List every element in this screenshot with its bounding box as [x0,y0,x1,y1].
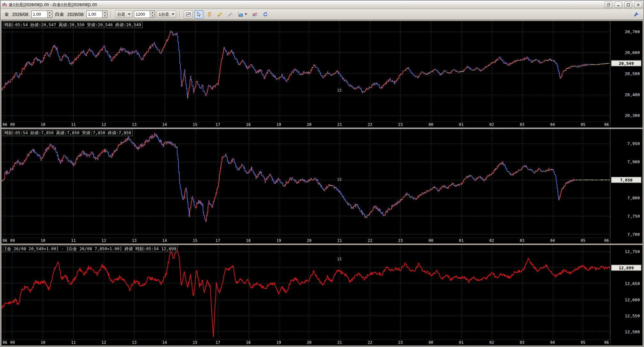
interval-label: 1分足 [159,12,169,17]
y-tick-label: 7,700 [627,232,640,236]
spread-chart-canvas[interactable] [2,245,610,340]
chart-settings-button[interactable] [184,10,193,19]
x-tick-label: 22 [368,122,372,127]
y-tick-label: 20,600 [625,50,640,55]
select-tool-button[interactable] [194,10,203,19]
compare-chart-button[interactable] [250,10,259,19]
trendline-tool-button[interactable] [226,10,235,19]
date-marker-label: 15 [337,88,342,93]
date-marker-label: 15 [337,177,342,182]
x-tick-label: 06 [3,340,7,345]
spin-down-icon[interactable] [47,14,52,18]
x-tick-label: 04 [550,340,555,345]
platinum-chart-panel: 時刻:05:54 始値:7,850 高値:7,850 安値:7,850 終値:7… [1,129,643,244]
x-tick-label: 11 [71,122,75,127]
spread-plot-area[interactable]: [金 26/08 20,549×1.00] - [白金 26/08 7,850×… [2,245,610,340]
timeframe-label: 分足 [117,12,125,17]
spin-up-icon[interactable] [102,11,107,14]
platinum-ratio-spin-buttons[interactable] [102,11,107,18]
x-tick-label: 09 [10,340,15,345]
gold-label: 金 [4,12,9,17]
y-tick-label: 20,400 [625,92,640,97]
title-bar[interactable]: 金1分足[2026/08]1.00 - 白金1分足[2026/08]1.00 [1,1,643,9]
y-tick-label: 7,800 [627,196,640,200]
bar-count-value[interactable]: 1200 [134,11,150,18]
x-tick-label: 18 [246,340,250,345]
x-tick-label: 09 [10,122,15,127]
x-tick-label: 22 [368,238,372,243]
x-tick-label: 13 [132,340,136,345]
y-tick-label: 12,500 [625,329,640,334]
gold-ratio-spinner[interactable]: 1.00 [31,11,52,18]
x-tick-label: 00 [428,238,433,243]
y-tick-label: 20,300 [625,113,640,118]
x-tick-label: 11 [71,340,75,345]
x-tick-label: 06 [604,122,609,127]
platinum-x-axis: 0609101112131415171819202122230001020304… [2,238,610,243]
x-tick-label: 17 [216,340,220,345]
x-tick-label: 11 [71,238,75,243]
close-button[interactable] [634,2,642,8]
toolbar: 金 2026/08 1.00 白金 2026/08 1.00 分足 1200 1… [1,9,643,20]
chart-type-dropdown[interactable] [237,10,249,19]
timeframe-dropdown[interactable]: 分足 [115,11,132,18]
x-tick-label: 20 [307,340,311,345]
x-tick-label: 00 [428,340,433,345]
gold-x-axis: 0609101112131415171819202122230001020304… [2,122,610,127]
spin-up-icon[interactable] [150,11,155,14]
x-tick-label: 13 [132,122,136,127]
x-tick-label: 01 [459,340,463,345]
x-tick-label: 14 [162,238,167,243]
gold-contract-month[interactable]: 2026/08 [11,11,30,18]
x-tick-label: 12 [101,340,106,345]
x-tick-label: 06 [604,340,609,345]
gold-plot-area[interactable]: 時刻:05:54 始値:20,547 高値:20,550 安値:20,546 終… [2,21,610,122]
x-tick-label: 05 [581,238,585,243]
gold-last-price-badge: 20,549 [611,60,641,66]
bar-count-spin-buttons[interactable] [150,11,155,18]
toolbar-separator [111,11,112,18]
x-tick-label: 13 [132,238,136,243]
float-window-button[interactable] [605,2,612,8]
pan-tool-button[interactable] [205,10,214,19]
x-tick-label: 06 [604,238,609,243]
settings-wrench-button[interactable] [632,10,641,19]
x-tick-label: 14 [162,340,167,345]
platinum-last-price-badge: 7,850 [611,177,641,183]
gold-plot-wrap: 時刻:05:54 始値:20,547 高値:20,550 安値:20,546 終… [2,21,610,127]
date-marker-label: 15 [337,257,342,261]
platinum-contract-month[interactable]: 2026/08 [66,11,85,18]
gold-ratio-spin-buttons[interactable] [47,11,52,18]
platinum-ratio-spinner[interactable]: 1.00 [86,11,107,18]
y-tick-label: 12,550 [625,313,640,318]
gold-y-axis: 20,549 20,70020,60020,50020,40020,300 [610,21,642,127]
spread-chart-panel: [金 26/08 20,549×1.00] - [白金 26/08 7,850×… [1,245,643,346]
maximize-button[interactable] [624,2,632,8]
pencil-tool-button[interactable] [216,10,224,19]
x-tick-label: 02 [489,122,494,127]
x-tick-label: 00 [428,122,433,127]
interval-dropdown[interactable]: 1分足 [157,11,176,18]
spin-down-icon[interactable] [102,14,107,18]
x-tick-label: 21 [337,238,342,243]
x-tick-label: 02 [489,238,494,243]
bar-count-spinner[interactable]: 1200 [134,11,155,18]
gold-price-chart-canvas[interactable] [2,21,610,122]
spread-plot-wrap: [金 26/08 20,549×1.00] - [白金 26/08 7,850×… [2,245,610,345]
spin-up-icon[interactable] [47,11,52,14]
x-tick-label: 10 [41,122,45,127]
platinum-y-axis: 7,850 7,9507,9007,8507,8007,7507,700 [610,129,642,243]
platinum-plot-wrap: 時刻:05:54 始値:7,850 高値:7,850 安値:7,850 終値:7… [2,129,610,243]
x-tick-label: 14 [162,122,167,127]
x-tick-label: 01 [459,238,463,243]
x-tick-label: 06 [3,238,7,243]
gold-ratio-value[interactable]: 1.00 [32,11,47,18]
platinum-plot-area[interactable]: 時刻:05:54 始値:7,850 高値:7,850 安値:7,850 終値:7… [2,129,610,238]
platinum-ratio-value[interactable]: 1.00 [87,11,102,18]
refresh-button[interactable] [261,10,270,19]
minimize-button[interactable] [615,2,622,8]
spin-down-icon[interactable] [150,14,155,18]
platinum-price-chart-canvas[interactable] [2,129,610,238]
x-tick-label: 20 [307,238,311,243]
x-tick-label: 10 [41,238,45,243]
